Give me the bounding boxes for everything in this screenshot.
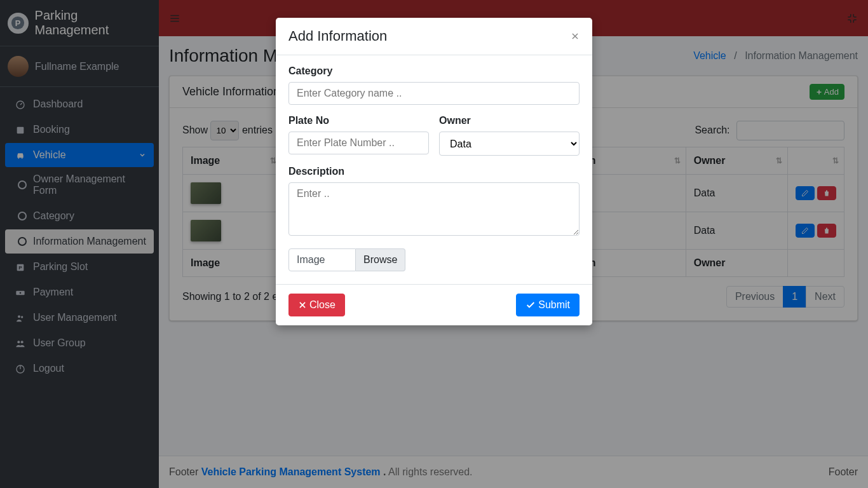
form-group-owner: Owner Data — [439, 115, 580, 156]
category-input[interactable] — [288, 82, 580, 105]
modal-footer: Close Submit — [276, 284, 592, 325]
category-label: Category — [288, 65, 580, 77]
form-group-category: Category — [288, 65, 580, 105]
check-icon — [526, 300, 536, 310]
modal-close[interactable] — [571, 32, 580, 41]
browse-button[interactable]: Browse — [356, 248, 405, 271]
modal-title: Add Information — [288, 28, 387, 44]
plate-label: Plate No — [288, 115, 429, 126]
form-group-description: Description — [288, 166, 580, 238]
owner-select[interactable]: Data — [439, 132, 580, 156]
owner-label: Owner — [439, 115, 580, 126]
file-name: Image — [288, 248, 356, 271]
times-icon — [298, 301, 307, 309]
submit-label: Submit — [538, 299, 570, 311]
description-input[interactable] — [288, 182, 580, 236]
add-information-modal: Add Information Category Plate No Owner … — [276, 18, 592, 325]
close-button[interactable]: Close — [288, 294, 345, 316]
description-label: Description — [288, 166, 580, 177]
close-icon — [571, 32, 580, 41]
plate-input[interactable] — [288, 132, 429, 154]
form-group-plate: Plate No — [288, 115, 429, 156]
close-label: Close — [309, 299, 336, 311]
submit-button[interactable]: Submit — [516, 294, 580, 316]
modal-body: Category Plate No Owner Data Description… — [276, 55, 592, 284]
modal-header: Add Information — [276, 18, 592, 55]
form-group-file: Image Browse — [288, 248, 580, 271]
file-input[interactable]: Image Browse — [288, 248, 580, 271]
